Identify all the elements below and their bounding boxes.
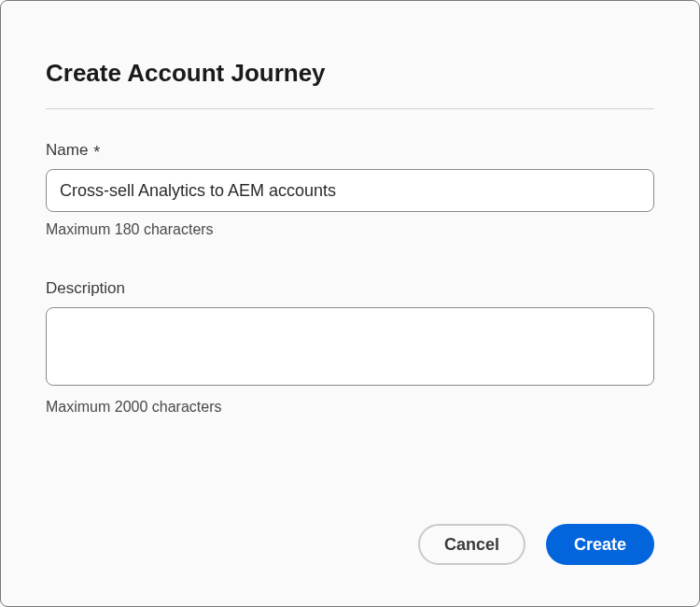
create-button[interactable]: Create bbox=[546, 524, 654, 565]
description-field-group: Description Maximum 2000 characters bbox=[46, 279, 654, 416]
name-input[interactable] bbox=[46, 169, 654, 212]
name-label: Name * bbox=[46, 141, 654, 160]
create-account-journey-dialog: Create Account Journey Name * Maximum 18… bbox=[0, 0, 700, 607]
cancel-button[interactable]: Cancel bbox=[418, 524, 525, 565]
title-divider bbox=[46, 108, 654, 109]
name-helper-text: Maximum 180 characters bbox=[46, 221, 654, 238]
description-input[interactable] bbox=[46, 307, 654, 386]
name-field-group: Name * Maximum 180 characters bbox=[46, 141, 654, 238]
name-label-text: Name bbox=[46, 141, 88, 160]
dialog-title: Create Account Journey bbox=[46, 59, 654, 88]
description-label-text: Description bbox=[46, 279, 125, 298]
description-label: Description bbox=[46, 279, 654, 298]
dialog-button-row: Cancel Create bbox=[418, 524, 654, 565]
required-asterisk-icon: * bbox=[93, 144, 100, 161]
description-helper-text: Maximum 2000 characters bbox=[46, 399, 654, 416]
